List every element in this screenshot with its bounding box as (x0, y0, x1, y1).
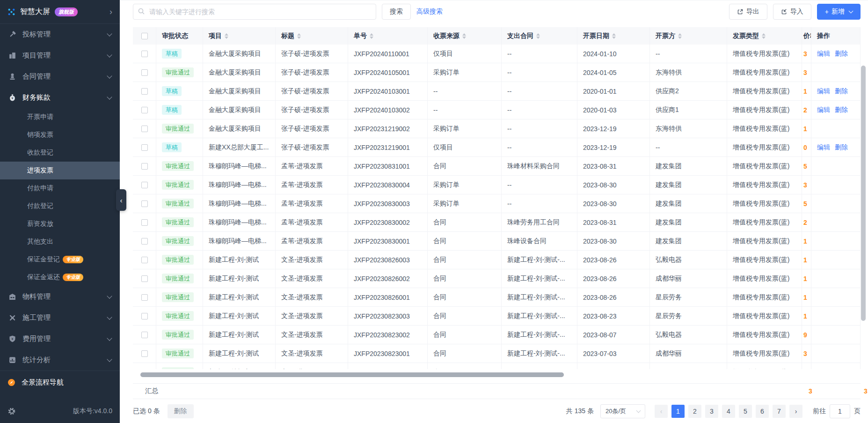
sidebar-item-material[interactable]: 物料管理 (0, 286, 120, 307)
sort-icon[interactable] (612, 33, 616, 39)
sort-icon[interactable] (370, 33, 373, 39)
payer-cell: 东海特供 (650, 63, 727, 82)
sort-icon[interactable] (762, 33, 766, 39)
number-cell: JXFP20240105001 (348, 63, 428, 82)
column-header[interactable]: 支出合同 (502, 27, 577, 45)
sidebar-item-contract[interactable]: 合同管理 (0, 66, 120, 87)
sidebar-item-receipt-register[interactable]: 收款登记 (0, 144, 120, 162)
next-page-button[interactable]: › (789, 405, 802, 418)
page-button-6[interactable]: 6 (756, 405, 769, 418)
column-header-label: 价税合计 (803, 32, 811, 40)
search-input[interactable] (133, 4, 376, 20)
export-button[interactable]: 导出 (729, 4, 767, 20)
row-checkbox[interactable] (141, 332, 148, 338)
sidebar-item-payment-register[interactable]: 付款登记 (0, 197, 120, 215)
sort-icon[interactable] (462, 33, 466, 39)
row-checkbox[interactable] (141, 126, 148, 132)
row-checkbox[interactable] (141, 88, 148, 95)
sidebar-item-expense[interactable]: ¥费用管理 (0, 328, 120, 349)
edit-link[interactable]: 编辑 (817, 87, 830, 96)
gear-icon[interactable] (7, 407, 16, 416)
column-header[interactable]: 开票日期 (577, 27, 650, 45)
page-button-5[interactable]: 5 (739, 405, 752, 418)
row-checkbox[interactable] (141, 69, 148, 76)
delete-link[interactable]: 删除 (835, 87, 848, 96)
select-all-checkbox[interactable] (141, 33, 148, 39)
row-checkbox[interactable] (141, 51, 148, 57)
page-size-select[interactable]: 20条/页 (600, 404, 645, 418)
sidebar-item-bidding[interactable]: 投标管理 (0, 24, 120, 45)
sidebar-item-label: 财务账款 (22, 93, 102, 102)
add-label: 新增 (832, 7, 845, 16)
edit-link[interactable]: 编辑 (817, 106, 830, 114)
page-button-3[interactable]: 3 (705, 405, 718, 418)
row-checkbox[interactable] (141, 313, 148, 319)
search-button[interactable]: 搜索 (382, 4, 411, 20)
column-header[interactable]: 开票方 (650, 27, 727, 45)
sidebar-item-stats[interactable]: 统计分析 (0, 349, 120, 371)
row-checkbox[interactable] (141, 238, 148, 245)
row-checkbox[interactable] (141, 219, 148, 226)
row-select-cell (133, 194, 156, 213)
row-checkbox[interactable] (141, 275, 148, 282)
status-badge: 审批通过 (162, 217, 194, 228)
sidebar-item-label: 物料管理 (22, 292, 102, 301)
row-checkbox[interactable] (141, 163, 148, 170)
sidebar-item-sales-invoice[interactable]: 销项发票 (0, 126, 120, 144)
table-row: 草稿金融大厦采购项目张子硕-进项发票JXFP20240110001仅项目--20… (133, 45, 861, 63)
column-header[interactable]: 发票类型 (727, 27, 802, 45)
edit-link[interactable]: 编辑 (817, 50, 830, 58)
delete-button[interactable]: 删除 (168, 404, 194, 418)
page-button-4[interactable]: 4 (722, 405, 735, 418)
row-checkbox[interactable] (141, 369, 148, 370)
sort-icon[interactable] (678, 33, 682, 39)
sidebar-item-payment-apply[interactable]: 付款申请 (0, 179, 120, 197)
sidebar-item-invoice-apply[interactable]: 开票申请 (0, 108, 120, 126)
row-checkbox[interactable] (141, 182, 148, 188)
sidebar-item-input-invoice[interactable]: 进项发票 (0, 162, 120, 179)
prev-page-button[interactable]: ‹ (655, 405, 668, 418)
sidebar-item-deposit-register[interactable]: 保证金登记专业版 (0, 251, 120, 268)
page-button-2[interactable]: 2 (688, 405, 701, 418)
horizontal-scrollbar[interactable] (140, 372, 564, 377)
sidebar-item-smart-screen[interactable]: 智慧大屏 旗舰版 › (0, 0, 120, 23)
edit-link[interactable]: 编辑 (817, 143, 830, 152)
chevron-down-icon (107, 52, 112, 57)
row-checkbox[interactable] (141, 200, 148, 207)
vertical-scrollbar[interactable] (861, 66, 866, 321)
sidebar-item-finance[interactable]: ¥财务账款 (0, 87, 120, 108)
row-checkbox[interactable] (141, 107, 148, 113)
goto-page-input[interactable] (830, 404, 850, 418)
actions-cell (811, 157, 861, 175)
sort-icon[interactable] (536, 33, 540, 39)
project-cell: 新建工程-刘-测试 (203, 269, 276, 288)
import-button[interactable]: 导入 (773, 4, 811, 20)
compass-icon (7, 378, 15, 386)
page-button-7[interactable]: 7 (773, 405, 786, 418)
row-checkbox[interactable] (141, 257, 148, 263)
delete-link[interactable]: 删除 (835, 106, 848, 114)
column-header[interactable]: 单号 (348, 27, 428, 45)
row-checkbox[interactable] (141, 144, 148, 151)
sort-icon[interactable] (297, 33, 301, 39)
sidebar-item-process-navigation[interactable]: 全景流程导航 (0, 371, 120, 393)
column-header[interactable]: 项目 (203, 27, 276, 45)
advanced-search-link[interactable]: 高级搜索 (416, 7, 443, 16)
contract-cell: -- (502, 82, 577, 100)
column-header[interactable]: 标题 (276, 27, 348, 45)
sidebar-item-salary[interactable]: 薪资发放 (0, 215, 120, 233)
page-button-1[interactable]: 1 (671, 405, 685, 418)
sidebar-item-construction[interactable]: 施工管理 (0, 307, 120, 328)
actions-cell (811, 288, 861, 306)
sort-icon[interactable] (225, 33, 228, 39)
delete-link[interactable]: 删除 (835, 143, 848, 152)
sidebar-item-deposit-return[interactable]: 保证金返还专业版 (0, 268, 120, 286)
row-checkbox[interactable] (141, 294, 148, 301)
column-header[interactable]: 收票来源 (428, 27, 502, 45)
row-checkbox[interactable] (141, 350, 148, 357)
sidebar-collapse-handle[interactable]: ‹ (116, 189, 126, 211)
delete-link[interactable]: 删除 (835, 50, 848, 58)
sidebar-item-other-expense[interactable]: 其他支出 (0, 233, 120, 251)
add-button[interactable]: + 新增 (817, 4, 861, 20)
sidebar-item-project[interactable]: 项目管理 (0, 45, 120, 66)
